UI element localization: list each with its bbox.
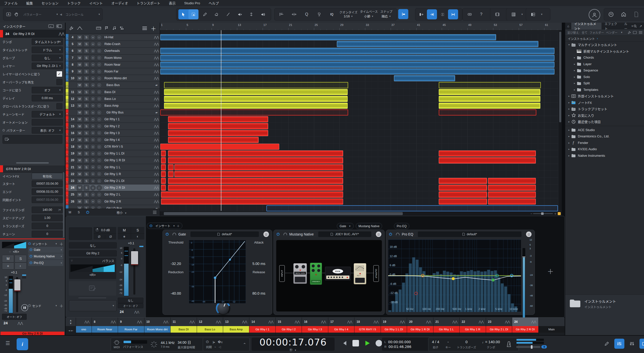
track-solo-button[interactable]: S <box>84 76 89 81</box>
time-display[interactable]: 00:00:17.076 秒 ▼ <box>252 338 335 351</box>
track-record-button[interactable]: ● <box>90 192 96 197</box>
gate-preset-selector[interactable]: default* <box>190 231 259 237</box>
gain-knob[interactable] <box>95 228 100 233</box>
strip-col-8[interactable]: 8⋀⋀Room Near <box>92 318 118 335</box>
input-select-field[interactable]: なし <box>69 242 117 248</box>
tree-arrow-icon[interactable]: ▸ <box>573 56 576 59</box>
track-monitor-button[interactable]: ◐ <box>97 76 102 81</box>
track-monitor-button[interactable]: ◐ <box>97 35 102 40</box>
track-mute-button[interactable]: M <box>77 117 83 122</box>
browser-item-12[interactable]: ▸最近使った項目 <box>565 119 644 125</box>
proeq-power-icon[interactable]: ⏻ <box>389 232 392 237</box>
inspector-notes-row[interactable] <box>0 134 65 144</box>
horizontal-scrollbar[interactable] <box>160 211 532 216</box>
rack-add-icon[interactable]: ＋ <box>177 224 180 228</box>
info-button[interactable]: i <box>17 338 28 350</box>
add-plugin-button[interactable]: ＋ <box>547 266 554 276</box>
channel-strip-icon[interactable] <box>627 339 637 349</box>
zoom-preset-icon[interactable] <box>558 212 561 215</box>
performance-meter[interactable]: パフォーマンス <box>123 340 147 349</box>
range-tool-button[interactable] <box>188 9 198 19</box>
track-list-options-icon[interactable] <box>142 26 147 30</box>
quantize-panel-icon[interactable] <box>314 9 324 19</box>
track-record-button[interactable]: ● <box>90 178 96 184</box>
track-solo-button[interactable]: S <box>84 103 89 108</box>
tree-arrow-icon[interactable]: ▸ <box>567 120 571 123</box>
audio-clip[interactable] <box>161 185 166 191</box>
editor-monitor-button[interactable]: ◐ <box>131 233 144 239</box>
strip-col-15[interactable]: 15⋀⋀Gtr Rhy I 2 <box>276 318 302 335</box>
play-button[interactable] <box>364 340 371 346</box>
marker-icon[interactable] <box>105 26 109 30</box>
track-solo-button[interactable]: S <box>84 199 89 204</box>
editor-fader-value[interactable]: +0.1 <box>118 241 144 245</box>
hand-tool-icon[interactable] <box>13 9 20 19</box>
browser-item-9[interactable]: ▸ノートFX <box>565 99 644 106</box>
channel-mode-icon[interactable] <box>21 304 28 311</box>
sort-wrench-icon[interactable] <box>628 31 631 34</box>
audio-clip[interactable] <box>168 123 268 129</box>
track-monitor-button[interactable]: ◐ <box>97 165 102 170</box>
menu-item-8[interactable]: Studio Pro <box>184 1 200 5</box>
parameter-selector[interactable]: パラメーター <box>21 12 54 17</box>
snap-toggle-button[interactable] <box>398 9 408 19</box>
balance-value[interactable]: <R> <box>69 273 116 277</box>
track-row-9[interactable]: ∿9MS●◐Room Far⋀⋀ <box>66 68 160 75</box>
audio-clip[interactable] <box>161 199 343 205</box>
eraser-tool-button[interactable] <box>212 9 222 19</box>
track-solo-button[interactable]: S <box>84 192 89 197</box>
inspector-checkbox[interactable]: ✓ <box>56 71 62 77</box>
track-record-button[interactable]: ● <box>90 69 96 74</box>
track-row-17[interactable]: ∿17MS●◐Gtr Rhy I 4⋀⋀ <box>66 137 160 143</box>
arrow-tool-button[interactable] <box>178 9 188 19</box>
audio-clip[interactable] <box>168 150 343 156</box>
track-mute-button[interactable]: M <box>77 151 83 156</box>
record-arm-button[interactable]: ● <box>2 262 14 269</box>
inspector-track-badge[interactable]: 24 Gtr Rhy 2 R DI ⋀⋀ <box>0 30 65 38</box>
browser-item-15[interactable]: ▸ƒFender <box>565 140 644 146</box>
edit-view-icon[interactable] <box>602 339 612 349</box>
track-row-Gtr LD Bus[interactable]: ▲MS●◐Gtr LD Bus▰ <box>66 205 160 209</box>
help-button[interactable]: ? <box>476 9 486 19</box>
output-bus-field[interactable]: Gtr Rhy 2 <box>69 250 117 256</box>
gain-value[interactable]: 0.0 dB <box>101 228 110 232</box>
strip-col-22[interactable]: 22⋀⋀Gtr Rhy 1 R <box>460 318 486 335</box>
browser-item-0[interactable]: ▾マルチインストゥルメント <box>565 42 644 48</box>
tree-arrow-icon[interactable]: ▸ <box>573 69 576 72</box>
track-monitor-button[interactable]: ◐ <box>97 42 102 47</box>
audio-clip[interactable] <box>160 34 496 40</box>
audio-clip[interactable] <box>439 150 536 156</box>
track-monitor-button[interactable]: ◐ <box>97 117 102 122</box>
macro-icon[interactable] <box>465 9 475 19</box>
track-row-7[interactable]: ∿7MS●◐Room Mono⋀⋀ <box>66 55 160 61</box>
audio-clip[interactable] <box>160 62 554 68</box>
track-row-8[interactable]: ∿8MS●◐Room Near⋀⋀ <box>66 61 160 68</box>
tree-arrow-icon[interactable]: ▸ <box>573 88 576 91</box>
balance-collapse-icon[interactable]: ▽ <box>71 259 73 262</box>
pattern-icon[interactable] <box>120 26 124 30</box>
event-row-value[interactable]: 00007.03.04.00 <box>32 197 63 203</box>
strip-col-21[interactable]: 21⋀⋀Gtr Rhy 1 L <box>433 318 460 335</box>
track-row-Gtr Rhy Bus[interactable]: ▲MS●◐Gtr Rhy Bus▰ <box>66 109 160 116</box>
insert-power-icon[interactable]: ⏻ <box>30 254 32 258</box>
track-mute-button[interactable]: M <box>77 192 83 197</box>
browser-item-10[interactable]: ▸トラックプリセット <box>565 106 644 112</box>
track-solo-button[interactable]: S <box>84 89 89 95</box>
track-solo-button[interactable]: S <box>84 62 89 67</box>
strip-col-24[interactable]: 24⋀⋀Gtr Rhy 2 R DI <box>512 318 538 335</box>
track-monitor-button[interactable]: ◐ <box>97 110 102 115</box>
track-solo-button[interactable]: S <box>84 55 89 60</box>
strip-nav-icons[interactable]: ⇥ ⇤ <box>66 326 76 335</box>
proeq-graph[interactable]: 24 dB18 dB12 dB6 dB0 dB-6 dB-12 dB-18 dB… <box>388 240 521 312</box>
track-mute-button[interactable]: M <box>77 171 83 177</box>
ripple-edit-button[interactable] <box>448 9 458 19</box>
strip-col-18[interactable]: 18⋀⋀GTR RHY I 5 <box>354 318 381 335</box>
note-icon[interactable] <box>112 26 116 30</box>
arrangement-view[interactable]: 15913172125293337414549535761 − ＋ <box>160 23 562 216</box>
page-icon[interactable] <box>631 9 641 19</box>
track-record-button[interactable]: ● <box>90 96 96 101</box>
footer-mute[interactable]: M <box>69 211 71 214</box>
browser-item-13[interactable]: ▸ACE Studio <box>565 127 644 133</box>
strip-col-17[interactable]: 17⋀⋀Gtr Rhy I 4 <box>328 318 354 335</box>
event-row-value[interactable]: 0 <box>32 231 63 237</box>
